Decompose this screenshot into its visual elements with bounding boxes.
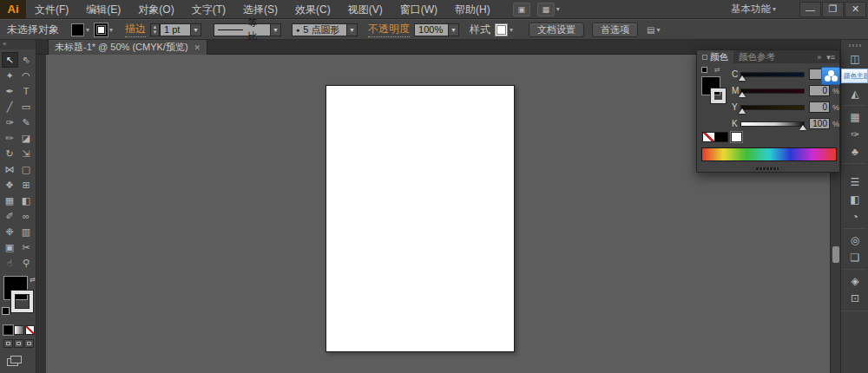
perspective-grid-tool[interactable]: ⊞ bbox=[18, 177, 35, 193]
blob-brush-tool[interactable]: ✏ bbox=[2, 130, 18, 146]
slider-thumb[interactable] bbox=[739, 92, 746, 97]
style-caret-icon[interactable]: ▾ bbox=[510, 26, 513, 34]
control-panel-menu-caret-icon[interactable]: ▾ bbox=[657, 26, 661, 34]
free-transform-tool[interactable]: ▢ bbox=[18, 161, 35, 177]
style-swatch[interactable] bbox=[495, 23, 508, 36]
dock-grip[interactable] bbox=[849, 44, 861, 47]
tools-panel-header[interactable]: « bbox=[0, 40, 36, 49]
stroke-link[interactable]: 描边 bbox=[125, 22, 146, 37]
pen-tool[interactable]: ✒ bbox=[2, 83, 18, 99]
slider-thumb[interactable] bbox=[739, 108, 746, 114]
control-panel-menu-icon[interactable]: ▤ bbox=[647, 25, 654, 35]
direct-selection-tool[interactable]: ⇖ bbox=[18, 52, 35, 68]
restore-button[interactable]: ❐ bbox=[822, 2, 844, 17]
panel-appearance-icon[interactable]: ◎ bbox=[841, 232, 868, 249]
panel-menu-icon[interactable]: ▾≡ bbox=[826, 53, 835, 62]
workspace-switcher[interactable]: 基本功能 ▾ bbox=[731, 3, 776, 16]
blend-tool[interactable]: ∞ bbox=[18, 208, 35, 224]
type-tool[interactable]: T bbox=[18, 83, 35, 99]
panel-layers-icon[interactable]: ◈ bbox=[841, 272, 868, 290]
vertical-scrollbar-thumb[interactable] bbox=[832, 246, 839, 263]
white-swatch[interactable] bbox=[731, 132, 742, 142]
stroke-color-swatch[interactable] bbox=[95, 23, 108, 36]
fill-caret-icon[interactable]: ▾ bbox=[86, 26, 89, 34]
gradient-tool[interactable]: ◧ bbox=[18, 193, 35, 208]
selection-tool[interactable]: ↖ bbox=[2, 52, 18, 68]
lasso-tool[interactable]: ◠ bbox=[18, 68, 35, 83]
zoom-tool[interactable]: ⚲ bbox=[18, 255, 35, 271]
slider-value-field[interactable]: 0 bbox=[809, 101, 830, 113]
rotate-tool[interactable]: ↻ bbox=[2, 146, 18, 161]
mesh-tool[interactable]: ▦ bbox=[2, 193, 18, 208]
panel-swap-icon[interactable]: ⇄ bbox=[714, 66, 720, 74]
hand-tool[interactable]: ☝ bbox=[2, 255, 18, 271]
rectangle-tool[interactable]: ▭ bbox=[18, 99, 35, 115]
panel-stroke-swatch[interactable] bbox=[711, 88, 726, 103]
document-setup-button[interactable]: 文档设置 bbox=[529, 23, 584, 37]
toolbar-stroke-swatch[interactable] bbox=[11, 291, 33, 312]
slider-value-field[interactable]: 100 bbox=[809, 118, 830, 129]
bridge-icon[interactable]: ▣ bbox=[513, 3, 530, 16]
column-graph-tool[interactable]: ▥ bbox=[18, 224, 35, 239]
slider-track[interactable] bbox=[740, 105, 805, 110]
panel-brushes-icon[interactable]: ✑ bbox=[841, 126, 868, 143]
slice-tool[interactable]: ✂ bbox=[18, 239, 35, 255]
magic-wand-tool[interactable]: ✦ bbox=[2, 68, 18, 83]
artboard-tool[interactable]: ▣ bbox=[2, 239, 18, 255]
document-tab[interactable]: 未标题-1* @ 50% (CMYK/预览) ✕ bbox=[48, 40, 207, 55]
minimize-button[interactable]: — bbox=[799, 2, 821, 17]
mini-fill-icon[interactable] bbox=[701, 67, 707, 73]
screen-mode-button[interactable] bbox=[7, 356, 23, 367]
draw-inside-button[interactable] bbox=[24, 339, 34, 348]
width-profile-caret-icon[interactable]: ▼ bbox=[271, 23, 281, 36]
collapse-to-icons-icon[interactable]: » bbox=[817, 53, 821, 62]
close-button[interactable]: ✕ bbox=[845, 2, 866, 17]
scale-tool[interactable]: ⇲ bbox=[18, 146, 35, 161]
panel-info-icon[interactable]: ◫ bbox=[841, 50, 868, 68]
panel-gradient-icon[interactable]: ◧ bbox=[841, 191, 868, 208]
brush-caret-icon[interactable]: ▼ bbox=[347, 23, 358, 36]
collapse-tools-icon[interactable]: « bbox=[3, 40, 6, 48]
width-tool[interactable]: ⋈ bbox=[2, 161, 18, 177]
gradient-button[interactable] bbox=[14, 325, 23, 335]
none-swatch[interactable] bbox=[702, 132, 715, 142]
panel-color-guide-icon[interactable]: ◭ bbox=[841, 85, 868, 102]
tab-color-guide[interactable]: 颜色参考 bbox=[733, 50, 780, 63]
opacity-caret-icon[interactable]: ▼ bbox=[449, 23, 459, 36]
none-button[interactable] bbox=[25, 325, 35, 335]
panel-symbols-icon[interactable]: ♣ bbox=[841, 143, 868, 160]
default-fill-stroke-icon[interactable] bbox=[2, 307, 10, 315]
tab-color[interactable]: 颜色 bbox=[697, 50, 733, 63]
panel-transparency-icon[interactable]: ◔ bbox=[841, 208, 868, 226]
slider-track[interactable] bbox=[740, 121, 805, 127]
symbol-sprayer-tool[interactable]: ❉ bbox=[2, 224, 18, 239]
draw-behind-button[interactable] bbox=[14, 339, 23, 348]
panel-resize-grip[interactable] bbox=[756, 167, 779, 170]
slider-track[interactable] bbox=[740, 72, 805, 77]
stroke-width-stepper[interactable]: ▲▼ bbox=[150, 23, 160, 36]
color-spectrum-bar[interactable] bbox=[701, 147, 837, 161]
color-themes-button[interactable] bbox=[821, 67, 840, 85]
eraser-tool[interactable]: ◪ bbox=[18, 130, 35, 146]
eyedropper-tool[interactable]: ✐ bbox=[2, 208, 18, 224]
black-swatch[interactable] bbox=[715, 132, 728, 142]
panel-swatches-icon[interactable]: ▦ bbox=[841, 108, 868, 126]
panel-graphic-styles-icon[interactable]: ❏ bbox=[841, 249, 868, 266]
arrange-documents-caret-icon[interactable]: ▾ bbox=[556, 5, 560, 13]
arrange-documents-icon[interactable]: ▦ bbox=[537, 3, 555, 16]
opacity-field[interactable]: 100% bbox=[414, 23, 449, 36]
slider-thumb[interactable] bbox=[799, 125, 806, 130]
slider-thumb[interactable] bbox=[739, 75, 746, 81]
stroke-width-field[interactable]: 1 pt bbox=[160, 23, 191, 36]
pencil-tool[interactable]: ✎ bbox=[18, 115, 35, 130]
shape-builder-tool[interactable]: ❖ bbox=[2, 177, 18, 193]
brush-definition-field[interactable]: ● 5 点圆形 bbox=[292, 23, 347, 36]
draw-normal-button[interactable] bbox=[3, 339, 13, 348]
line-segment-tool[interactable]: ╱ bbox=[2, 99, 18, 115]
slider-value-field[interactable]: 0 bbox=[809, 85, 830, 96]
paintbrush-tool[interactable]: ✑ bbox=[2, 115, 18, 130]
swap-fill-stroke-icon[interactable]: ⇄ bbox=[30, 276, 36, 284]
document-tab-close-icon[interactable]: ✕ bbox=[194, 43, 201, 52]
color-button[interactable] bbox=[3, 325, 13, 335]
stroke-width-caret-icon[interactable]: ▼ bbox=[191, 23, 201, 36]
